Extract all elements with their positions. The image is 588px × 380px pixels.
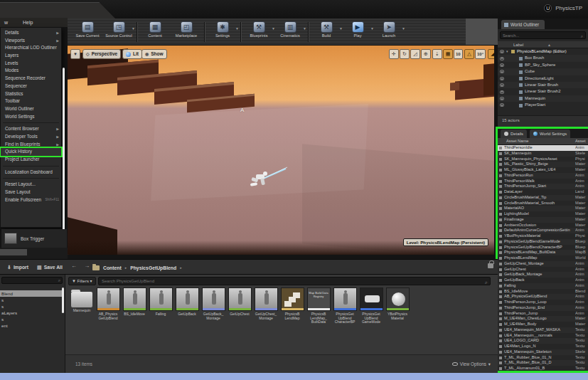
sources-scrollbar[interactable] <box>62 287 64 313</box>
asset-row[interactable]: ThirdPersonJump_LoopAnim <box>498 300 588 305</box>
rotation-snap-icon[interactable]: △ <box>464 49 474 59</box>
menu-item-details[interactable]: Details▶ <box>1 29 61 37</box>
asset-row[interactable]: ML_Plastic_Shiny_BeigeMater <box>498 162 588 167</box>
menu-item-world-settings[interactable]: World Settings <box>1 113 61 121</box>
menu-item-enable-fullscreen[interactable]: Enable FullscreenShift+F11 <box>1 196 61 204</box>
menu-item-statistics[interactable]: Statistics <box>1 90 61 98</box>
asset-tile-physicsget-upblend-characterbp[interactable]: PhysicsGet UpBlend CharacterBP <box>333 287 357 353</box>
asset-row[interactable]: MaterialAOMater <box>498 206 588 211</box>
breadcrumb-content[interactable]: Content <box>103 265 122 270</box>
asset-row[interactable]: ThirdPerson_JumpAnim <box>498 311 588 317</box>
tab-world-settings[interactable]: World Settings <box>530 130 570 138</box>
show-flags-button[interactable]: ◉ Show <box>141 49 167 59</box>
menu-item-localization-dashboard[interactable]: Localization Dashboard <box>1 169 61 176</box>
place-actor-box-trigger[interactable]: Box Trigger <box>1 229 67 248</box>
menu-item-hierarchical-lod-outliner[interactable]: Hierarchical LOD Outliner <box>1 44 61 52</box>
surface-snap-icon[interactable]: ⇣ <box>432 49 442 59</box>
asset-tile-getupchest[interactable]: GetUpChest <box>228 287 252 353</box>
asset-tile-ybotphysics-material[interactable]: YBotPhysics Material <box>385 287 410 353</box>
visibility-eye-icon[interactable] <box>500 103 504 107</box>
asset-row[interactable]: GetUpChestAnim <box>498 267 588 273</box>
menu-scrollbar[interactable] <box>63 68 65 238</box>
content-search-input[interactable]: Search PhysicsGetUpBlend ⌕ <box>98 277 491 285</box>
tab-details[interactable]: Details <box>501 130 527 138</box>
outliner-row[interactable]: Box Brush <box>498 55 588 61</box>
outliner-row[interactable]: PlayerStart <box>498 102 588 108</box>
history-nav-buttons[interactable]: ← → <box>71 263 92 269</box>
asset-row[interactable]: AB_PhysicsGetUpBlendAnim <box>498 294 588 300</box>
toolbar-button-build[interactable]: ⚒Build▼ <box>311 21 342 43</box>
toolbar-button-launch[interactable]: ➤Launch▼ <box>373 21 405 43</box>
visibility-eye-icon[interactable] <box>500 63 504 67</box>
toolbar-button-source-control[interactable]: ◳Source Control▼ <box>103 21 134 43</box>
asset-row[interactable]: UE4_Mannequin_MAT_MASKATextu <box>498 327 588 333</box>
asset-row[interactable]: ThirdPersonRunAnim <box>498 173 588 179</box>
outliner-row[interactable]: Linear Stair Brush <box>498 82 588 88</box>
toolbar-button-cinematics[interactable]: ▥Cinematics▼ <box>274 21 306 43</box>
toolbar-button-save-current[interactable]: ▤Save Current <box>72 21 103 43</box>
toolbar-button-play[interactable]: ▶Play▼ <box>342 21 373 43</box>
menu-item-save-layout[interactable]: Save Layout <box>1 189 61 196</box>
visibility-eye-icon[interactable] <box>500 57 504 60</box>
asset-row[interactable]: ML_GlossyBlack_Latex_UE4Mater <box>498 167 588 173</box>
asset-row[interactable]: ThirdPersonIdleAnim <box>498 145 588 151</box>
asset-row[interactable]: BS_IdleMoveBlend <box>498 289 588 295</box>
source-folder-item[interactable]: ent <box>0 322 63 329</box>
toolbar-button-marketplace[interactable]: ◰Marketplace <box>171 21 202 43</box>
toolbar-button-blueprints[interactable]: ⚒Blueprints▼ <box>243 21 274 43</box>
asset-row[interactable]: UE4_Mannequin__normalsTextu <box>498 333 588 339</box>
asset-row[interactable]: FinalImageMater <box>498 217 588 223</box>
breadcrumb-folder[interactable]: PhysicsGetUpBlend <box>130 265 176 270</box>
asset-row[interactable]: FallingAnim <box>498 283 588 289</box>
menu-item-find-in-blueprints[interactable]: Find in Blueprints▶ <box>1 141 61 149</box>
menu-item-content-browser[interactable]: Content Browser▶ <box>1 125 61 133</box>
toolbar-button-content[interactable]: ▦Content <box>139 21 171 43</box>
asset-row[interactable]: T_ML_Rubber_Blue_01_DTextu <box>498 360 588 366</box>
outliner-row[interactable]: ▾PhysicsBLendMap (Editor) <box>498 48 588 55</box>
asset-row[interactable]: CircleBrushMaterial_TipMater <box>498 195 588 201</box>
menu-item-viewports[interactable]: Viewports▶ <box>1 37 61 45</box>
window-tab[interactable] <box>0 2 115 19</box>
visibility-eye-icon[interactable] <box>500 90 504 94</box>
asset-tile-bs-idlemove[interactable]: BS_IdleMove <box>122 287 146 353</box>
asset-tile-physicsb-lendmap[interactable]: PhysicsB LendMap <box>280 287 304 353</box>
sources-search-input[interactable]: ⌕ <box>1 277 63 284</box>
visibility-eye-icon[interactable] <box>500 97 504 100</box>
asset-row[interactable]: YBotPhysicsMaterialPhysi <box>498 233 588 239</box>
asset-row[interactable]: UE4_LOGO_CARDTextu <box>498 338 588 344</box>
asset-row[interactable]: SK_Mannequin_PhysicsAssetPhysi <box>498 157 588 162</box>
menu-item-world-outliner[interactable]: World Outliner <box>1 105 61 113</box>
visibility-eye-icon[interactable] <box>500 83 504 87</box>
scale-tool-icon[interactable]: ◿ <box>410 49 420 59</box>
menu-item-layers[interactable]: Layers <box>1 52 61 60</box>
asset-row[interactable]: DataLayerLand <box>498 189 588 195</box>
left-panel-tab-stub[interactable] <box>0 249 27 255</box>
menu-item-quick-history[interactable]: Quick History <box>1 148 61 156</box>
asset-row[interactable]: PhysicsGetUpBlendGameModeBluep <box>498 239 588 245</box>
asset-row[interactable]: DefaultAnimCurveCompressionSettinAnim <box>498 228 588 233</box>
asset-row[interactable]: PhysicsGetUpBlendCharacterBPBluep <box>498 245 588 250</box>
world-local-toggle-icon[interactable]: ⊕ <box>421 49 431 59</box>
view-mode-button[interactable]: Lit <box>122 49 142 59</box>
level-viewport[interactable]: A Level: PhysicsBLendMap (Persistent) ▾ … <box>68 46 494 255</box>
outliner-row[interactable]: DirectionalLight <box>498 75 588 82</box>
toolbar-button-settings[interactable]: ✱Settings▼ <box>207 21 238 43</box>
menu-item-project-launcher[interactable]: Project Launcher <box>1 156 61 164</box>
asset-row[interactable]: GetUpBackAnim <box>498 278 588 283</box>
grid-snap-icon[interactable]: ▦ <box>443 49 453 59</box>
asset-tile-getupback[interactable]: GetUpBack <box>175 287 199 353</box>
visibility-eye-icon[interactable] <box>500 77 504 80</box>
asset-row[interactable]: UE4Man_Logo_NTextu <box>498 344 588 349</box>
menu-item-toolbar[interactable]: Toolbar <box>1 97 61 105</box>
asset-row[interactable]: SK_MannequinSkele <box>498 151 588 157</box>
asset-row[interactable]: M_UE4Man_ChestLogoMater <box>498 316 588 322</box>
asset-row[interactable]: CircleBrushMaterial_SmoothMater <box>498 201 588 206</box>
asset-tile-physicsget-upblend-gamemode[interactable]: PhysicsGet UpBlend GameMode <box>359 287 383 353</box>
asset-row[interactable]: GetUpBack_MontageAnim <box>498 272 588 278</box>
asset-row[interactable]: ThirdPersonJump_EndAnim <box>498 305 588 311</box>
asset-row[interactable]: PhysicsBLendMapWorld <box>498 255 588 261</box>
asset-tile-physicsb-lendmap-builtdata[interactable]: Map Build Data RegistryPhysicsB LendMap_… <box>306 287 331 353</box>
save-all-button[interactable]: ▤ Save All <box>37 263 63 273</box>
source-folder-item[interactable]: s <box>0 316 63 322</box>
outliner-row[interactable]: Mannequin <box>498 95 588 102</box>
